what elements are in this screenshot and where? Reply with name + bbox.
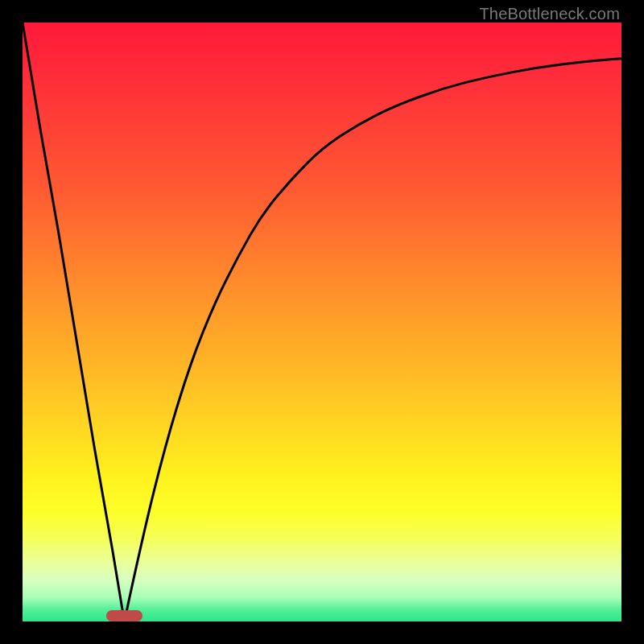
curve-layer bbox=[23, 23, 621, 621]
watermark-text: TheBottleneck.com bbox=[479, 5, 620, 23]
right-branch-curve bbox=[124, 59, 621, 621]
left-branch-curve bbox=[23, 23, 124, 621]
plot-area bbox=[23, 23, 621, 621]
bottleneck-marker bbox=[106, 610, 142, 621]
chart-frame: TheBottleneck.com bbox=[0, 0, 644, 644]
